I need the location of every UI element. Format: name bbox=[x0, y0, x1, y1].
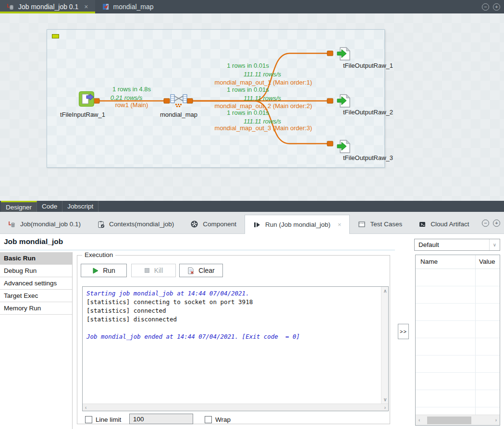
console-options-row: Line limit Wrap bbox=[77, 414, 391, 425]
expand-context-button[interactable]: >> bbox=[398, 324, 409, 339]
cloud-artifact-icon bbox=[418, 221, 426, 228]
out2-rate-stat: 111.11 rows/s bbox=[205, 95, 320, 102]
console-vertical-scrollbar[interactable]: ∧ ∨ bbox=[381, 287, 388, 404]
scroll-right-icon[interactable]: › bbox=[384, 405, 386, 410]
console-output: Starting job mondial_job at 14:44 07/04/… bbox=[86, 289, 379, 341]
contexts-icon bbox=[97, 221, 105, 228]
out1-link-label[interactable]: mondial_map_out_1 (Main order:1) bbox=[206, 79, 321, 86]
execution-console[interactable]: Starting job mondial_job at 14:44 07/04/… bbox=[82, 286, 389, 411]
kill-button[interactable]: Kill bbox=[131, 264, 176, 277]
scrollbar-thumb[interactable] bbox=[427, 417, 471, 424]
column-header-value[interactable]: Value bbox=[479, 258, 495, 265]
sidebar-item-basic-run[interactable]: Basic Run bbox=[0, 252, 72, 265]
close-icon[interactable]: × bbox=[84, 3, 88, 11]
line-limit-input[interactable] bbox=[129, 414, 193, 424]
maximize-icon[interactable]: + bbox=[493, 3, 500, 11]
table-header: Name Value bbox=[416, 255, 500, 269]
component-tFileOutputRaw-1[interactable] bbox=[337, 46, 351, 63]
scroll-down-icon[interactable]: ∨ bbox=[383, 397, 387, 402]
job-icon bbox=[7, 3, 14, 11]
tab-job-mondial-job[interactable]: Job mondial_job 0.1 × bbox=[0, 0, 95, 13]
minimize-icon[interactable]: − bbox=[482, 220, 489, 227]
clear-button[interactable]: Clear bbox=[179, 264, 223, 277]
tab-job-view[interactable]: Job(mondial_job 0.1) bbox=[0, 215, 89, 233]
column-header-name[interactable]: Name bbox=[420, 258, 438, 265]
sidebar-item-memory-run[interactable]: Memory Run bbox=[0, 302, 72, 315]
view-tab-bar: Job(mondial_job 0.1) Contexts(mondial_jo… bbox=[0, 212, 504, 234]
port-out3-in[interactable] bbox=[327, 141, 333, 146]
test-cases-icon bbox=[358, 221, 366, 228]
component-label: tFileOutputRaw_3 bbox=[334, 154, 402, 161]
scroll-up-icon[interactable]: ∧ bbox=[383, 288, 387, 294]
tab-contexts[interactable]: Contexts(mondial_job) bbox=[89, 215, 182, 233]
component-label: tFileOutputRaw_2 bbox=[334, 109, 402, 116]
tab-code[interactable]: Code bbox=[37, 201, 62, 212]
stop-icon bbox=[144, 268, 150, 273]
tab-label: Run (Job mondial_job) bbox=[265, 221, 331, 228]
scroll-left-icon[interactable]: ‹ bbox=[85, 405, 86, 410]
port-out1-in[interactable] bbox=[327, 51, 333, 56]
port-out2-in[interactable] bbox=[327, 98, 333, 103]
context-select[interactable]: Default ∨ bbox=[414, 239, 500, 251]
sidebar-item-target-exec[interactable]: Target Exec bbox=[0, 290, 72, 302]
component-tFileOutputRaw-3[interactable] bbox=[337, 139, 351, 156]
scroll-left-icon[interactable]: ‹ bbox=[418, 417, 420, 423]
out3-rows-stat: 1 rows in 0.01s bbox=[190, 109, 306, 116]
out3-rate-stat: 111.11 rows/s bbox=[205, 118, 320, 125]
tab-mondial-map[interactable]: mondial_map bbox=[95, 0, 160, 13]
row1-rate-stat: 0.21 rows/s bbox=[69, 94, 184, 101]
map-icon bbox=[102, 3, 110, 11]
scroll-right-icon[interactable]: › bbox=[495, 417, 497, 423]
run-sidebar: Basic Run Debug Run Advanced settings Ta… bbox=[0, 252, 73, 429]
component-label: tFileInputRaw_1 bbox=[54, 111, 111, 118]
tab-label: Test Cases bbox=[370, 221, 402, 228]
component-icon bbox=[190, 220, 198, 228]
tFileOutputRaw-icon bbox=[337, 93, 351, 109]
table-body[interactable] bbox=[416, 269, 500, 415]
row1-link-label[interactable]: row1 (Main) bbox=[74, 101, 189, 109]
job-design-canvas[interactable]: tFileInputRaw_1 mondial_map bbox=[47, 29, 385, 168]
title-divider bbox=[0, 250, 395, 250]
sidebar-item-advanced-settings[interactable]: Advanced settings bbox=[0, 277, 72, 290]
console-line: [statistics] connecting to socket on por… bbox=[86, 298, 379, 306]
tFileOutputRaw-icon bbox=[337, 139, 351, 154]
run-view: Job mondial_job Basic Run Debug Run Adva… bbox=[0, 234, 504, 429]
console-line: Starting job mondial_job at 14:44 07/04/… bbox=[86, 289, 379, 298]
close-icon[interactable]: × bbox=[338, 221, 342, 228]
play-icon bbox=[92, 268, 98, 274]
tab-label: mondial_map bbox=[113, 3, 154, 11]
chevron-down-icon[interactable]: ∨ bbox=[489, 239, 500, 250]
context-select-value: Default bbox=[415, 241, 489, 248]
tab-test-cases[interactable]: Test Cases bbox=[350, 215, 410, 233]
minimize-icon[interactable]: − bbox=[482, 3, 489, 11]
tab-designer[interactable]: Designer bbox=[1, 201, 37, 212]
context-variables-table[interactable]: Name Value ‹ › bbox=[415, 255, 500, 426]
out1-rows-stat: 1 rows in 0.01s bbox=[190, 62, 306, 69]
out3-link-label[interactable]: mondial_map_out_3 (Main order:3) bbox=[206, 124, 321, 132]
tab-cloud-artifact[interactable]: Cloud Artifact bbox=[410, 215, 477, 233]
sidebar-item-debug-run[interactable]: Debug Run bbox=[0, 265, 72, 277]
tFileOutputRaw-icon bbox=[337, 46, 351, 61]
run-button[interactable]: Run bbox=[81, 264, 127, 277]
designer-area: tFileInputRaw_1 mondial_map bbox=[0, 13, 504, 201]
clear-doc-icon bbox=[187, 267, 194, 274]
tab-label: Job(mondial_job 0.1) bbox=[20, 221, 81, 228]
wrap-checkbox[interactable] bbox=[205, 416, 212, 423]
line-limit-checkbox[interactable] bbox=[85, 416, 92, 423]
run-view-icon bbox=[253, 221, 261, 229]
console-line bbox=[86, 324, 379, 332]
view-window-controls: − + bbox=[482, 212, 500, 234]
table-horizontal-scrollbar[interactable]: ‹ › bbox=[416, 415, 500, 425]
tab-label: Job mondial_job 0.1 bbox=[18, 3, 78, 11]
component-tFileOutputRaw-2[interactable] bbox=[337, 93, 351, 110]
tab-run[interactable]: Run (Job mondial_job) × bbox=[245, 215, 350, 234]
editor-tab-bar: Job mondial_job 0.1 × mondial_map − + bbox=[0, 0, 504, 13]
line-limit-label: Line limit bbox=[96, 416, 121, 423]
maximize-icon[interactable]: + bbox=[493, 220, 500, 227]
console-horizontal-scrollbar[interactable]: ‹ › bbox=[83, 404, 388, 411]
tab-jobscript[interactable]: Jobscript bbox=[62, 201, 98, 212]
out1-rate-stat: 111.11 rows/s bbox=[205, 71, 320, 78]
tab-component[interactable]: Component bbox=[182, 215, 245, 233]
out2-link-label[interactable]: mondial_map_out_2 (Main order:2) bbox=[206, 102, 321, 110]
console-line: Job mondial_job ended at 14:44 07/04/202… bbox=[86, 332, 379, 341]
